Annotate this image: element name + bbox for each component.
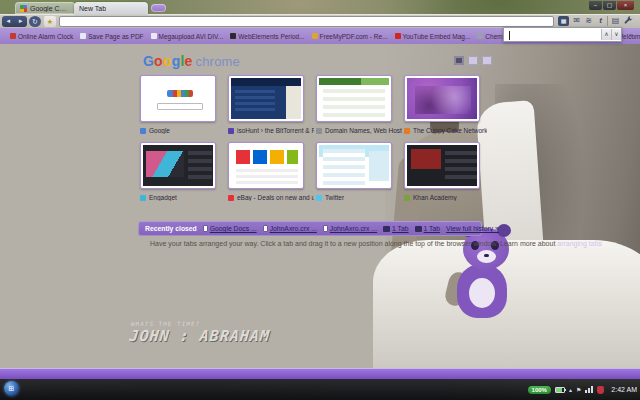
site-favicon xyxy=(404,128,410,134)
tab-title: Google Chrome Themes xyxy=(30,5,70,12)
bookmark-favicon xyxy=(395,33,401,39)
close-button[interactable]: × xyxy=(617,1,634,10)
recently-closed-label: Recently closed xyxy=(145,225,197,232)
extension-icon[interactable]: ▦ xyxy=(558,16,569,26)
most-visited-thumbnail[interactable] xyxy=(140,142,216,189)
google-chrome-logo: Googlechrome xyxy=(143,53,240,69)
bed-sheet xyxy=(373,240,640,368)
most-visited-thumbnail[interactable] xyxy=(404,142,480,189)
bookmark-favicon xyxy=(10,33,16,39)
toolbar-separator xyxy=(607,16,608,26)
bookmark-favicon xyxy=(477,33,483,39)
find-input[interactable] xyxy=(504,28,601,41)
bookmark-item[interactable]: Save Page as PDF xyxy=(80,33,143,40)
tab-background[interactable]: Google Chrome Themes xyxy=(15,2,75,14)
thumbnail-view-button[interactable] xyxy=(454,56,464,65)
windows-taskbar: ⊞ 100% ▴ ⚑ 2:42 AM xyxy=(0,379,640,400)
site-favicon xyxy=(140,128,146,134)
system-tray: 100% ▴ ⚑ 2:42 AM xyxy=(528,379,637,400)
tab-favicon xyxy=(20,5,27,12)
find-bar: ∧ ∨ xyxy=(503,27,622,42)
site-favicon xyxy=(316,128,322,134)
theme-caption: WHATS THE TIME? JOHN : ABRAHAM xyxy=(129,320,272,345)
security-shield-icon[interactable] xyxy=(597,386,604,394)
navigation-toolbar: ◄ ► ↻ ★ ▦ ✉ ≋ t ▤ xyxy=(0,14,640,28)
text-caret xyxy=(509,31,510,40)
bookmark-favicon xyxy=(312,33,318,39)
document-icon xyxy=(263,225,268,232)
recently-closed-item[interactable]: Google Docs ... xyxy=(203,225,257,232)
tab-active-new-tab[interactable]: New Tab xyxy=(74,2,148,14)
page-menu-icon[interactable]: ▤ xyxy=(610,16,621,26)
bookmark-item[interactable]: Megaupload AVI DIV... xyxy=(151,33,224,40)
bookmark-favicon xyxy=(230,33,236,39)
thumbnail-label[interactable]: Google xyxy=(140,126,226,135)
bookmark-star-icon[interactable]: ★ xyxy=(44,16,56,27)
rss-extension-icon[interactable]: ≋ xyxy=(583,16,594,26)
caption-big-text: JOHN : ABRAHAM xyxy=(129,327,271,345)
bookmarks-overflow-chevron[interactable]: » xyxy=(629,31,633,40)
caption-small-text: WHATS THE TIME? xyxy=(131,320,272,327)
hide-view-button[interactable] xyxy=(482,56,492,65)
thumbnail-label[interactable]: Engadget xyxy=(140,193,226,202)
forward-icon[interactable]: ► xyxy=(18,18,24,24)
reload-icon[interactable]: ↻ xyxy=(29,16,41,27)
bookmark-favicon xyxy=(151,33,157,39)
recently-closed-window[interactable]: 1 Tab xyxy=(415,225,441,232)
site-favicon xyxy=(228,128,234,134)
document-icon xyxy=(203,225,208,232)
omnibox-input[interactable] xyxy=(59,16,554,27)
window-bottom-frame xyxy=(0,368,640,379)
thumbnail-label[interactable]: eBay - Deals on new and use... xyxy=(228,193,314,202)
most-visited-thumbnail[interactable] xyxy=(316,75,392,122)
wrench-menu-icon[interactable] xyxy=(623,16,634,26)
action-center-flag-icon[interactable]: ⚑ xyxy=(576,386,581,393)
find-next-button[interactable]: ∨ xyxy=(611,29,621,40)
bookmark-item[interactable]: YouTube Embed Mag... xyxy=(395,33,471,40)
back-forward-group: ◄ ► xyxy=(2,16,27,27)
recently-closed-item[interactable]: JohnAxro.crx ... xyxy=(263,225,317,232)
bookmark-item[interactable]: FreeMyPDF.com - Re... xyxy=(312,33,388,40)
new-tab-button[interactable] xyxy=(151,4,166,12)
battery-icon[interactable] xyxy=(555,387,565,393)
panda-plush xyxy=(457,264,507,318)
most-visited-thumbnail[interactable] xyxy=(140,75,216,122)
start-button[interactable]: ⊞ xyxy=(4,381,19,396)
most-visited-thumbnail[interactable] xyxy=(228,75,304,122)
arranging-tabs-link[interactable]: arranging tabs xyxy=(557,240,602,247)
bookmark-item[interactable]: WebElements Period... xyxy=(230,33,304,40)
thumbnail-label[interactable]: Domain Names, Web Hosting... xyxy=(316,126,402,135)
find-previous-button[interactable]: ∧ xyxy=(601,29,611,40)
thumbnail-label[interactable]: isoHunt › the BitTorrent & P2... xyxy=(228,126,314,135)
thumbnail-label[interactable]: Twitter xyxy=(316,193,402,202)
list-view-button[interactable] xyxy=(468,56,478,65)
mail-extension-icon[interactable]: ✉ xyxy=(571,16,582,26)
most-visited-thumbnail[interactable] xyxy=(316,142,392,189)
maximize-button[interactable]: ▢ xyxy=(603,1,616,10)
thumbnail-label[interactable]: Khan Academy xyxy=(404,193,490,202)
taskbar-clock[interactable]: 2:42 AM xyxy=(611,386,637,393)
tab-tip-text: Have your tabs arranged your way. Click … xyxy=(150,240,620,247)
recently-closed-window[interactable]: 1 Tab xyxy=(383,225,409,232)
back-icon[interactable]: ◄ xyxy=(5,18,11,24)
bookmark-item[interactable]: Online Alarm Clock xyxy=(10,33,73,40)
minimize-button[interactable]: − xyxy=(589,1,602,10)
most-visited-thumbnail[interactable] xyxy=(404,75,480,122)
view-full-history-link[interactable]: View full history » xyxy=(446,225,499,232)
bookmark-favicon xyxy=(80,33,86,39)
recently-closed-bar: Recently closed Google Docs ... JohnAxro… xyxy=(138,221,482,236)
battery-percent-badge[interactable]: 100% xyxy=(528,386,551,394)
desktop: Google Chrome Themes New Tab − ▢ × ◄ ► ↻… xyxy=(0,0,640,400)
site-favicon xyxy=(404,195,410,201)
thumbnail-label[interactable]: The Cuppy Cake Network xyxy=(404,126,490,135)
tab-title: New Tab xyxy=(79,5,106,12)
new-tab-page: Googlechrome Google isoHunt › the BitTor… xyxy=(0,44,640,368)
twitter-extension-icon[interactable]: t xyxy=(595,16,606,26)
hidden-icons-chevron[interactable]: ▴ xyxy=(569,386,572,393)
site-favicon xyxy=(228,195,234,201)
document-icon xyxy=(323,225,328,232)
most-visited-thumbnail[interactable] xyxy=(228,142,304,189)
network-icon[interactable] xyxy=(585,386,593,393)
recently-closed-item[interactable]: JohnAxro.crx ... xyxy=(323,225,377,232)
window-icon xyxy=(383,226,390,232)
